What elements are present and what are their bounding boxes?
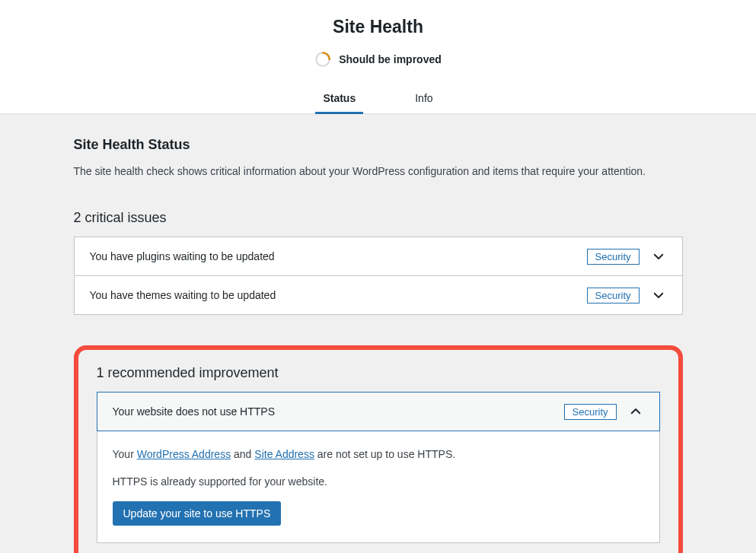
accordion-item: You have themes waiting to be updated Se…: [75, 276, 682, 314]
site-address-link[interactable]: Site Address: [254, 448, 314, 460]
wordpress-address-link[interactable]: WordPress Address: [137, 448, 231, 460]
progress-circle-icon: [314, 51, 331, 68]
status-description: The site health check shows critical inf…: [74, 164, 683, 180]
status-heading: Site Health Status: [74, 137, 683, 153]
tabs: Status Info: [0, 84, 756, 114]
issue-title: You have plugins waiting to be updated: [90, 250, 576, 262]
security-badge: Security: [564, 404, 617, 420]
text: Your: [113, 448, 137, 460]
chevron-up-icon: [627, 403, 644, 420]
tab-info[interactable]: Info: [412, 84, 435, 113]
critical-issues-list: You have plugins waiting to be updated S…: [74, 237, 683, 315]
recommended-highlight: 1 recommended improvement Your website d…: [74, 345, 683, 553]
https-body-line2: HTTPS is already supported for your webs…: [113, 473, 644, 490]
chevron-down-icon: [650, 287, 667, 304]
accordion-toggle-themes[interactable]: You have themes waiting to be updated Se…: [75, 276, 682, 314]
page-title: Site Health: [0, 17, 756, 37]
update-https-button[interactable]: Update your site to use HTTPS: [113, 501, 282, 526]
status-indicator: Should be improved: [314, 51, 442, 68]
security-badge: Security: [587, 288, 640, 304]
critical-issues-heading: 2 critical issues: [74, 210, 683, 226]
accordion-item: You have plugins waiting to be updated S…: [75, 237, 682, 276]
text: are not set up to use HTTPS.: [314, 448, 455, 460]
security-badge: Security: [587, 249, 640, 265]
accordion-item: Your website does not use HTTPS Security…: [97, 392, 659, 542]
accordion-toggle-https[interactable]: Your website does not use HTTPS Security: [97, 392, 660, 431]
accordion-body: Your WordPress Address and Site Address …: [97, 431, 659, 542]
recommended-list: Your website does not use HTTPS Security…: [97, 392, 660, 543]
https-body-line1: Your WordPress Address and Site Address …: [113, 446, 644, 462]
chevron-down-icon: [650, 248, 667, 265]
status-label: Should be improved: [339, 53, 442, 65]
text: and: [231, 448, 254, 460]
accordion-toggle-plugins[interactable]: You have plugins waiting to be updated S…: [75, 237, 682, 275]
tab-status[interactable]: Status: [320, 84, 359, 113]
issue-title: You have themes waiting to be updated: [90, 289, 576, 301]
recommended-heading: 1 recommended improvement: [97, 365, 660, 381]
issue-title: Your website does not use HTTPS: [113, 405, 553, 418]
